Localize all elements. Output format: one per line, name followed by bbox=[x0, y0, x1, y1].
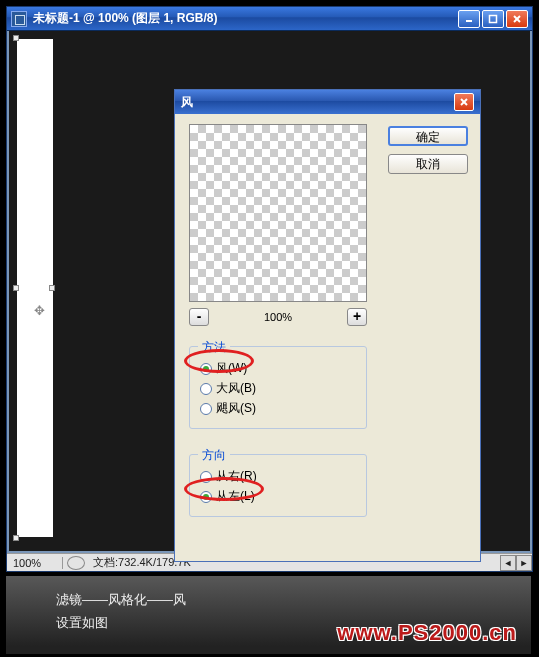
preview-box[interactable] bbox=[189, 124, 367, 302]
close-button[interactable] bbox=[506, 10, 528, 28]
svg-rect-1 bbox=[490, 15, 497, 22]
radio-label: 飓风(S) bbox=[216, 400, 256, 417]
radio-icon bbox=[200, 383, 212, 395]
preview-section: - 100% + bbox=[189, 124, 367, 326]
titlebar[interactable]: 未标题-1 @ 100% (图层 1, RGB/8) bbox=[7, 7, 532, 31]
zoom-field[interactable]: 100% bbox=[7, 557, 63, 569]
radio-label: 从右(R) bbox=[216, 468, 257, 485]
minimize-button[interactable] bbox=[458, 10, 480, 28]
crop-handle[interactable] bbox=[13, 285, 19, 291]
direction-fieldset: 方向 从右(R) 从左(L) bbox=[189, 454, 367, 517]
radio-blast[interactable]: 大风(B) bbox=[200, 380, 356, 397]
radio-icon bbox=[200, 491, 212, 503]
crop-handle[interactable] bbox=[13, 535, 19, 541]
radio-label: 大风(B) bbox=[216, 380, 256, 397]
app-icon bbox=[11, 11, 27, 27]
window-title: 未标题-1 @ 100% (图层 1, RGB/8) bbox=[33, 10, 458, 27]
cancel-button[interactable]: 取消 bbox=[388, 154, 468, 174]
dialog-title: 风 bbox=[181, 94, 454, 111]
maximize-button[interactable] bbox=[482, 10, 504, 28]
ok-button[interactable]: 确定 bbox=[388, 126, 468, 146]
wind-dialog: 风 确定 取消 - 100% + 方法 bbox=[174, 89, 481, 562]
radio-icon bbox=[200, 471, 212, 483]
dialog-titlebar[interactable]: 风 bbox=[175, 90, 480, 114]
radio-wind[interactable]: 风(W) bbox=[200, 360, 356, 377]
method-legend: 方法 bbox=[198, 339, 230, 356]
radio-label: 从左(L) bbox=[216, 488, 255, 505]
zoom-in-button[interactable]: + bbox=[347, 308, 367, 326]
radio-from-right[interactable]: 从右(R) bbox=[200, 468, 356, 485]
radio-label: 风(W) bbox=[216, 360, 247, 377]
canvas[interactable] bbox=[17, 39, 53, 537]
move-cursor-icon: ✥ bbox=[34, 303, 45, 318]
radio-from-left[interactable]: 从左(L) bbox=[200, 488, 356, 505]
method-fieldset: 方法 风(W) 大风(B) 飓风(S) bbox=[189, 346, 367, 429]
scroll-left-button[interactable]: ◄ bbox=[500, 555, 516, 571]
scroll-right-button[interactable]: ► bbox=[516, 555, 532, 571]
crop-handle[interactable] bbox=[13, 35, 19, 41]
canvas-area[interactable]: ✥ 风 确定 取消 - 100% + bbox=[7, 31, 532, 553]
crop-handle[interactable] bbox=[49, 285, 55, 291]
disk-icon[interactable] bbox=[67, 556, 85, 570]
app-window: 未标题-1 @ 100% (图层 1, RGB/8) ✥ 风 bbox=[6, 6, 533, 572]
radio-stagger[interactable]: 飓风(S) bbox=[200, 400, 356, 417]
caption-panel: 滤镜——风格化——风 设置如图 www.PS2000.cn bbox=[6, 576, 531, 654]
preview-zoom-label: 100% bbox=[264, 311, 292, 323]
radio-icon bbox=[200, 403, 212, 415]
dialog-close-button[interactable] bbox=[454, 93, 474, 111]
dialog-body: 确定 取消 - 100% + 方法 风(W) bbox=[175, 114, 480, 561]
zoom-out-button[interactable]: - bbox=[189, 308, 209, 326]
watermark: www.PS2000.cn bbox=[337, 620, 517, 646]
radio-icon bbox=[200, 363, 212, 375]
caption-line1: 滤镜——风格化——风 bbox=[56, 591, 481, 609]
direction-legend: 方向 bbox=[198, 447, 230, 464]
